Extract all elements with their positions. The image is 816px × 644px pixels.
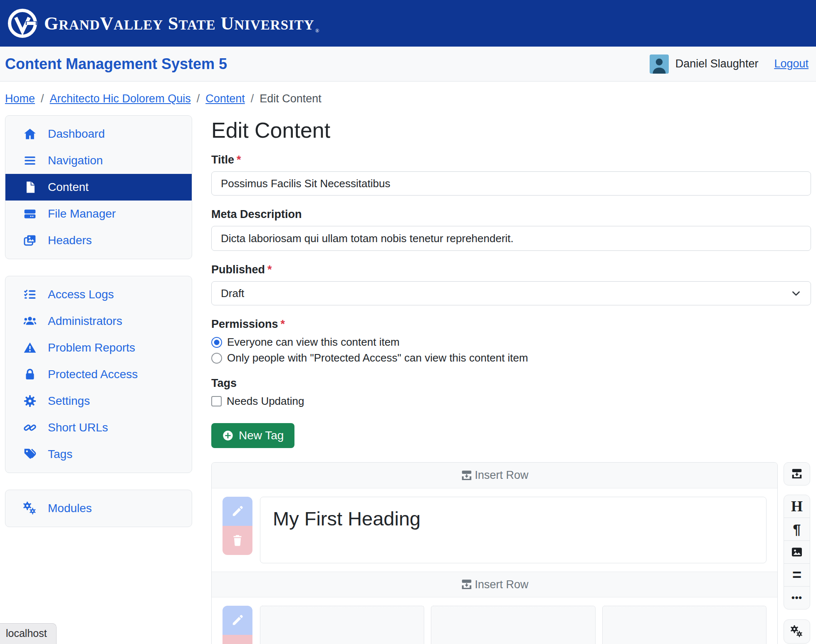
registered-mark: ®: [315, 27, 319, 34]
radio-unselected-icon[interactable]: [211, 353, 222, 364]
empty-column-block[interactable]: [602, 606, 767, 644]
insert-row-bar-top: Insert Row: [212, 463, 777, 488]
images-icon: [23, 233, 37, 248]
ellipsis-icon: •••: [791, 592, 802, 603]
needs-updating-checkbox-row[interactable]: Needs Updating: [211, 395, 811, 408]
published-label: Published*: [211, 263, 811, 276]
insert-row-icon: [460, 578, 473, 591]
edit-row-button[interactable]: [223, 606, 252, 635]
app-title: Content Management System 5: [5, 55, 227, 73]
tags-label: Tags: [211, 377, 811, 390]
pencil-icon: [231, 614, 244, 627]
more-tools-button[interactable]: •••: [784, 586, 810, 609]
empty-column-block[interactable]: [431, 606, 595, 644]
app-title-bar: Content Management System 5 Daniel Slaug…: [0, 47, 816, 82]
permission-everyone-option[interactable]: Everyone can view this content item: [211, 336, 811, 349]
bars-icon: [23, 154, 37, 168]
published-select[interactable]: Draft: [211, 281, 811, 305]
empty-column-block[interactable]: [260, 606, 424, 644]
radio-selected-icon[interactable]: [211, 337, 222, 348]
modules-tool-button[interactable]: [784, 619, 810, 644]
insert-row-tool-button[interactable]: [784, 462, 810, 485]
gvsu-logo-icon: [7, 7, 38, 39]
sidebar-card-modules: Modules: [5, 490, 192, 527]
permission-protected-option[interactable]: Only people with "Protected Access" can …: [211, 352, 811, 364]
hard-drive-icon: [23, 207, 37, 221]
delete-row-button[interactable]: [223, 526, 252, 555]
sidebar-item-navigation[interactable]: Navigation: [5, 147, 192, 174]
gear-icon: [23, 394, 37, 408]
horizontal-rule-icon: =: [792, 566, 801, 584]
insert-row-button[interactable]: Insert Row: [460, 469, 528, 482]
title-label: Title*: [211, 154, 811, 166]
browser-status-bar: localhost: [0, 623, 57, 644]
sidebar-card-content: Dashboard Navigation Content File Manage…: [5, 115, 192, 259]
image-tool-button[interactable]: [784, 540, 810, 564]
breadcrumb: Home / Architecto Hic Dolorem Quis / Con…: [0, 82, 816, 115]
heading-block[interactable]: My First Heading: [260, 497, 767, 563]
chevron-down-icon: [791, 288, 801, 299]
editor-toolbar: H ¶ = •••: [784, 462, 811, 644]
meta-description-label: Meta Description: [211, 208, 811, 221]
editor-row-heading: My First Heading: [212, 488, 777, 572]
insert-row-icon: [791, 468, 803, 480]
insert-row-bar-middle: Insert Row: [212, 572, 777, 597]
meta-description-input[interactable]: Dicta laboriosam qui ullam totam nobis t…: [211, 226, 811, 251]
sidebar-item-content[interactable]: Content: [5, 174, 192, 201]
insert-row-button[interactable]: Insert Row: [460, 578, 528, 591]
sidebar-item-administrators[interactable]: Administrators: [5, 308, 192, 334]
new-tag-button[interactable]: New Tag: [211, 423, 294, 448]
title-input[interactable]: Possimus Facilis Sit Necessitatibus: [211, 171, 811, 196]
breadcrumb-content-link[interactable]: Content: [205, 92, 245, 105]
home-icon: [23, 127, 37, 141]
sidebar-card-admin: Access Logs Administrators Problem Repor…: [5, 276, 192, 473]
user-avatar: [650, 54, 669, 74]
checkbox-icon[interactable]: [211, 396, 222, 406]
page-title: Edit Content: [211, 118, 811, 143]
main-content: Edit Content Title* Possimus Facilis Sit…: [211, 115, 811, 644]
file-icon: [23, 180, 37, 194]
pencil-icon: [231, 505, 244, 518]
breadcrumb-site-link[interactable]: Architecto Hic Dolorem Quis: [50, 92, 191, 105]
gears-icon: [23, 501, 37, 515]
permissions-label: Permissions*: [211, 318, 811, 331]
divider-tool-button[interactable]: =: [784, 563, 810, 587]
sidebar-item-short-urls[interactable]: Short URLs: [5, 414, 192, 441]
users-icon: [23, 314, 37, 328]
edit-row-button[interactable]: [223, 497, 252, 526]
brand-header: GRAND VALLEY STATE UNIVERSITY ®: [0, 0, 816, 47]
sidebar-item-problem-reports[interactable]: Problem Reports: [5, 334, 192, 361]
breadcrumb-home-link[interactable]: Home: [5, 92, 35, 105]
paragraph-tool-button[interactable]: ¶: [784, 518, 810, 541]
sidebar: Dashboard Navigation Content File Manage…: [5, 115, 192, 544]
heading-tool-button[interactable]: H: [784, 495, 810, 518]
insert-row-icon: [460, 469, 473, 482]
sidebar-item-protected-access[interactable]: Protected Access: [5, 361, 192, 388]
heading-icon: H: [791, 498, 803, 515]
sidebar-item-headers[interactable]: Headers: [5, 227, 192, 254]
university-wordmark: GRAND VALLEY STATE UNIVERSITY ®: [44, 13, 319, 34]
sidebar-item-dashboard[interactable]: Dashboard: [5, 121, 192, 147]
paragraph-icon: ¶: [793, 521, 801, 537]
breadcrumb-current: Edit Content: [260, 92, 321, 105]
link-icon: [23, 421, 37, 435]
tag-icon: [23, 447, 37, 461]
warning-triangle-icon: [23, 341, 37, 355]
trash-icon: [231, 534, 244, 547]
editor-row-columns: [212, 597, 777, 644]
sidebar-item-modules[interactable]: Modules: [5, 495, 192, 522]
list-check-icon: [23, 287, 37, 302]
delete-row-button[interactable]: [223, 635, 252, 644]
sidebar-item-file-manager[interactable]: File Manager: [5, 201, 192, 227]
image-icon: [791, 546, 803, 558]
sidebar-item-access-logs[interactable]: Access Logs: [5, 281, 192, 308]
sidebar-item-tags[interactable]: Tags: [5, 441, 192, 468]
user-name: Daniel Slaughter: [675, 57, 759, 70]
plus-circle-icon: [222, 430, 234, 441]
content-editor: Insert Row: [211, 462, 778, 644]
lock-icon: [23, 367, 37, 381]
logout-link[interactable]: Logout: [774, 57, 809, 70]
gears-icon: [791, 625, 803, 638]
sidebar-item-settings[interactable]: Settings: [5, 388, 192, 414]
